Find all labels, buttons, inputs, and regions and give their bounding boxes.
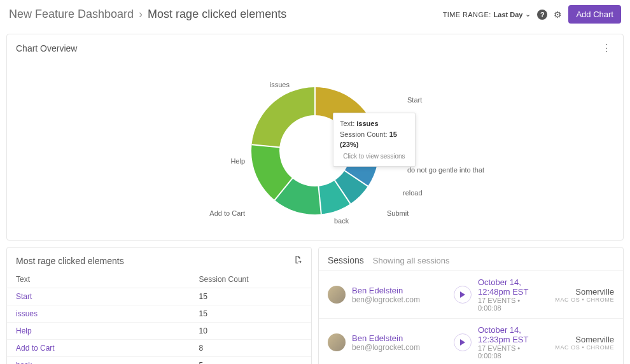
segment-label: Start xyxy=(407,96,422,104)
session-env: MAC OS • CHROME xyxy=(538,344,614,351)
row-text-link[interactable]: back xyxy=(7,357,190,365)
session-time-link[interactable]: October 14, 12:48pm EST xyxy=(478,277,531,297)
session-env: MAC OS • CHROME xyxy=(538,297,614,303)
segment-label: issues xyxy=(270,81,290,88)
gear-icon[interactable]: ⚙ xyxy=(554,10,562,20)
table-row: Start15 xyxy=(7,288,311,305)
col-count[interactable]: Session Count xyxy=(190,271,311,288)
session-city: Somerville xyxy=(538,335,614,344)
table-row: Help10 xyxy=(7,323,311,340)
breadcrumb-current: Most rage clicked elements xyxy=(148,8,286,21)
sessions-subtitle: Showing all sessions xyxy=(373,256,450,265)
session-row: Ben Edelsteinben@logrocket.comOctober 14… xyxy=(319,318,623,364)
session-stats: 17 EVENTS • 0:00:08 xyxy=(478,344,531,360)
segment-label: Submit xyxy=(387,209,409,217)
row-count: 15 xyxy=(190,305,311,323)
segment-label: do not go gentle into that xyxy=(407,166,484,174)
time-range-selector[interactable]: TIME RANGE: Last Day ⌄ xyxy=(443,10,531,18)
rage-table-card: Most rage clicked elements Text Session … xyxy=(6,247,312,364)
export-icon[interactable] xyxy=(293,255,302,266)
session-user-email: ben@logrocket.com xyxy=(352,343,447,352)
chevron-right-icon: › xyxy=(139,8,143,21)
chart-tooltip: Text: issues Session Count: 15 (23%) Cli… xyxy=(333,113,416,167)
help-icon[interactable]: ? xyxy=(537,10,547,20)
segment-label: Help xyxy=(230,157,245,165)
row-text-link[interactable]: issues xyxy=(7,305,190,323)
row-text-link[interactable]: Add to Cart xyxy=(7,340,190,357)
session-user-email: ben@logrocket.com xyxy=(352,295,447,304)
session-time-link[interactable]: October 14, 12:33pm EST xyxy=(478,325,531,344)
row-count: 8 xyxy=(190,340,311,357)
row-text-link[interactable]: Help xyxy=(7,323,190,340)
card-title: Sessions xyxy=(328,255,364,265)
session-stats: 17 EVENTS • 0:00:08 xyxy=(478,297,531,312)
time-range-label: TIME RANGE: xyxy=(443,11,491,18)
breadcrumb: New Feature Dashboard › Most rage clicke… xyxy=(9,8,286,21)
play-button[interactable] xyxy=(454,333,472,351)
session-row: Ben Edelsteinben@logrocket.comOctober 14… xyxy=(319,270,623,318)
row-count: 5 xyxy=(190,357,311,365)
segment-label: back xyxy=(334,217,349,225)
segment-label: reload xyxy=(403,189,423,197)
card-title: Most rage clicked elements xyxy=(16,256,124,266)
card-title: Chart Overview xyxy=(16,43,77,53)
table-row: back5 xyxy=(7,357,311,365)
slice-divider xyxy=(314,87,316,125)
breadcrumb-parent[interactable]: New Feature Dashboard xyxy=(9,8,134,21)
session-city: Somerville xyxy=(538,287,614,297)
col-text[interactable]: Text xyxy=(7,271,190,288)
session-user-link[interactable]: Ben Edelstein xyxy=(352,286,447,295)
row-count: 15 xyxy=(190,288,311,305)
add-chart-button[interactable]: Add Chart xyxy=(568,5,621,24)
row-count: 10 xyxy=(190,323,311,340)
time-range-value: Last Day xyxy=(494,11,523,18)
kebab-menu-icon[interactable]: ⋮ xyxy=(599,42,614,54)
table-row: issues15 xyxy=(7,305,311,323)
avatar xyxy=(328,333,346,351)
sessions-card: Sessions Showing all sessions Ben Edelst… xyxy=(318,247,624,364)
table-row: Add to Cart8 xyxy=(7,340,311,357)
play-button[interactable] xyxy=(454,286,472,304)
avatar xyxy=(328,286,346,304)
chart-overview-card: Chart Overview ⋮ Startdo not go gentle i… xyxy=(6,34,624,241)
session-user-link[interactable]: Ben Edelstein xyxy=(352,333,447,343)
row-text-link[interactable]: Start xyxy=(7,288,190,305)
chevron-down-icon: ⌄ xyxy=(525,10,531,18)
segment-label: Add to Cart xyxy=(209,209,245,217)
